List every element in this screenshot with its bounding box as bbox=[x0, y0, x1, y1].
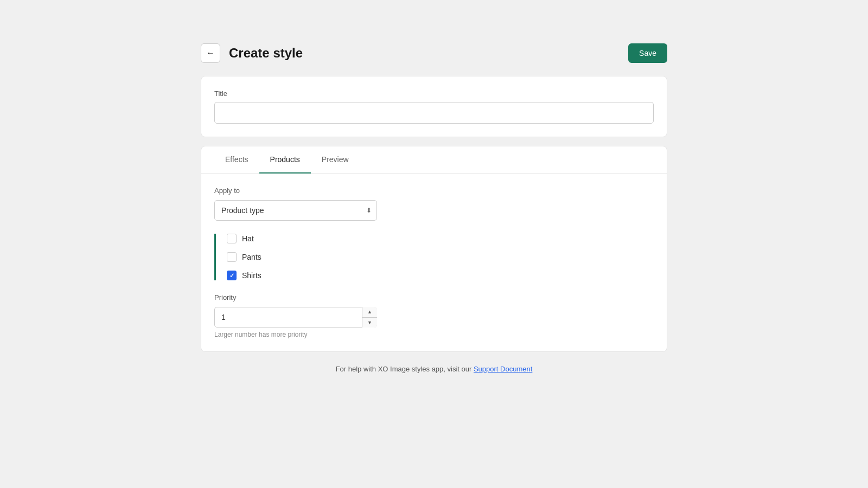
header-left: ← Create style bbox=[201, 43, 303, 63]
checkbox-shirts-label: Shirts bbox=[242, 271, 261, 280]
checkbox-pants-label: Pants bbox=[242, 253, 261, 261]
header: ← Create style Save bbox=[201, 43, 667, 63]
save-button[interactable]: Save bbox=[628, 43, 667, 63]
checkbox-item-pants[interactable]: Pants bbox=[227, 252, 654, 262]
apply-to-section: Apply to Product type All products Speci… bbox=[214, 187, 654, 221]
checkbox-hat-label: Hat bbox=[242, 234, 254, 243]
tabs-nav: Effects Products Preview bbox=[201, 146, 667, 174]
priority-input[interactable] bbox=[214, 307, 377, 328]
priority-hint: Larger number has more priority bbox=[214, 331, 654, 338]
checkbox-item-hat[interactable]: Hat bbox=[227, 234, 654, 243]
back-icon: ← bbox=[206, 48, 215, 58]
checkbox-list: Hat Pants Shirts bbox=[214, 234, 654, 280]
tab-products[interactable]: Products bbox=[259, 146, 311, 174]
priority-spinners: ▲ ▼ bbox=[362, 307, 377, 328]
title-label: Title bbox=[214, 89, 654, 98]
footer-text: For help with XO Image styles app, visit… bbox=[201, 365, 667, 373]
title-input[interactable] bbox=[214, 102, 654, 124]
title-card: Title bbox=[201, 76, 667, 137]
page-title: Create style bbox=[229, 46, 303, 61]
page-container: ← Create style Save Title Effects Produc… bbox=[201, 43, 667, 445]
apply-to-label: Apply to bbox=[214, 187, 654, 195]
support-document-link[interactable]: Support Document bbox=[474, 365, 532, 373]
footer-description: For help with XO Image styles app, visit… bbox=[336, 365, 474, 373]
tabs-card: Effects Products Preview Apply to Produc… bbox=[201, 146, 667, 352]
priority-label: Priority bbox=[214, 293, 654, 301]
priority-section: Priority ▲ ▼ Larger number has more prio… bbox=[214, 293, 654, 338]
product-type-select[interactable]: Product type All products Specific produ… bbox=[214, 200, 377, 221]
tab-effects[interactable]: Effects bbox=[214, 146, 259, 174]
checkbox-item-shirts[interactable]: Shirts bbox=[227, 271, 654, 280]
spinner-up-button[interactable]: ▲ bbox=[362, 307, 377, 318]
priority-input-wrapper: ▲ ▼ bbox=[214, 307, 377, 328]
checkbox-pants[interactable] bbox=[227, 252, 237, 262]
tab-content: Apply to Product type All products Speci… bbox=[201, 174, 667, 351]
back-button[interactable]: ← bbox=[201, 43, 220, 63]
checkbox-shirts[interactable] bbox=[227, 271, 237, 280]
tab-preview[interactable]: Preview bbox=[311, 146, 360, 174]
spinner-down-button[interactable]: ▼ bbox=[362, 318, 377, 328]
checkbox-hat[interactable] bbox=[227, 234, 237, 243]
product-type-select-wrapper: Product type All products Specific produ… bbox=[214, 200, 377, 221]
